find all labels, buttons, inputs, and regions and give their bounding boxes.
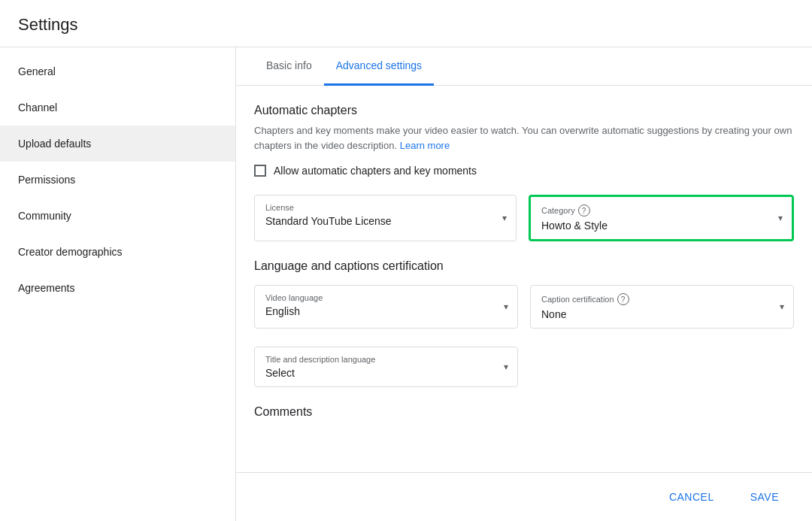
video-language-caption-row: Video language English ▾ Caption certifi…	[254, 285, 794, 329]
main-layout: General Channel Upload defaults Permissi…	[0, 47, 812, 521]
comments-section: Comments	[254, 405, 794, 419]
sidebar-item-agreements[interactable]: Agreements	[0, 270, 235, 306]
license-dropdown[interactable]: License Standard YouTube License ▾	[254, 195, 517, 241]
automatic-chapters-section: Automatic chapters Chapters and key mome…	[254, 104, 794, 177]
sidebar-item-permissions[interactable]: Permissions	[0, 162, 235, 198]
content-scroll: Automatic chapters Chapters and key mome…	[236, 86, 812, 472]
sidebar-item-general[interactable]: General	[0, 53, 235, 89]
video-language-dropdown[interactable]: Video language English ▾	[254, 285, 518, 329]
language-captions-section: Language and captions certification Vide…	[254, 259, 794, 387]
app-container: Settings General Channel Upload defaults…	[0, 0, 812, 521]
category-chevron-icon: ▾	[778, 213, 783, 223]
tab-advanced-settings[interactable]: Advanced settings	[324, 47, 434, 86]
sidebar: General Channel Upload defaults Permissi…	[0, 47, 236, 521]
tabs-bar: Basic info Advanced settings	[236, 47, 812, 86]
title-description-language-chevron-icon: ▾	[504, 362, 508, 372]
automatic-chapters-checkbox[interactable]	[254, 165, 266, 177]
caption-certification-dropdown[interactable]: Caption certification ? None ▾	[530, 285, 794, 329]
title-description-language-label: Title and description language	[265, 355, 507, 364]
automatic-chapters-label: Allow automatic chapters and key moments	[274, 165, 477, 177]
caption-certification-chevron-icon: ▾	[780, 301, 784, 312]
category-value: Howto & Style	[541, 220, 781, 232]
language-captions-title: Language and captions certification	[254, 259, 794, 273]
category-label: Category ?	[541, 204, 781, 217]
tab-basic-info[interactable]: Basic info	[254, 47, 324, 86]
video-language-label: Video language	[265, 293, 507, 302]
cancel-button[interactable]: CANCEL	[654, 485, 729, 509]
sidebar-item-community[interactable]: Community	[0, 198, 235, 234]
sidebar-item-creator-demographics[interactable]: Creator demographics	[0, 234, 235, 270]
category-dropdown[interactable]: Category ? Howto & Style ▾	[529, 195, 794, 241]
sidebar-item-upload-defaults[interactable]: Upload defaults	[0, 126, 235, 162]
video-language-value: English	[265, 305, 507, 317]
comments-title: Comments	[254, 405, 794, 419]
category-help-icon[interactable]: ?	[578, 204, 590, 217]
license-chevron-icon: ▾	[502, 213, 507, 223]
header: Settings	[0, 0, 812, 47]
license-category-row: License Standard YouTube License ▾ Categ…	[254, 195, 794, 241]
title-description-language-value: Select	[265, 367, 507, 379]
license-value: Standard YouTube License	[265, 215, 505, 227]
footer: CANCEL SAVE	[236, 472, 812, 521]
license-label: License	[265, 203, 505, 212]
sidebar-item-channel[interactable]: Channel	[0, 89, 235, 126]
learn-more-link[interactable]: Learn more	[400, 140, 450, 151]
caption-certification-value: None	[541, 308, 783, 320]
automatic-chapters-title: Automatic chapters	[254, 104, 794, 117]
automatic-chapters-checkbox-row: Allow automatic chapters and key moments	[254, 165, 794, 177]
title-description-language-dropdown[interactable]: Title and description language Select ▾	[254, 347, 518, 387]
page-title: Settings	[18, 15, 78, 34]
video-language-chevron-icon: ▾	[504, 301, 508, 312]
automatic-chapters-description: Chapters and key moments make your video…	[254, 123, 794, 153]
content-area: Basic info Advanced settings Automatic c…	[236, 47, 812, 521]
title-description-language-row: Title and description language Select ▾	[254, 347, 794, 387]
caption-certification-label: Caption certification ?	[541, 293, 783, 305]
save-button[interactable]: SAVE	[735, 485, 794, 509]
caption-certification-help-icon[interactable]: ?	[617, 293, 629, 305]
